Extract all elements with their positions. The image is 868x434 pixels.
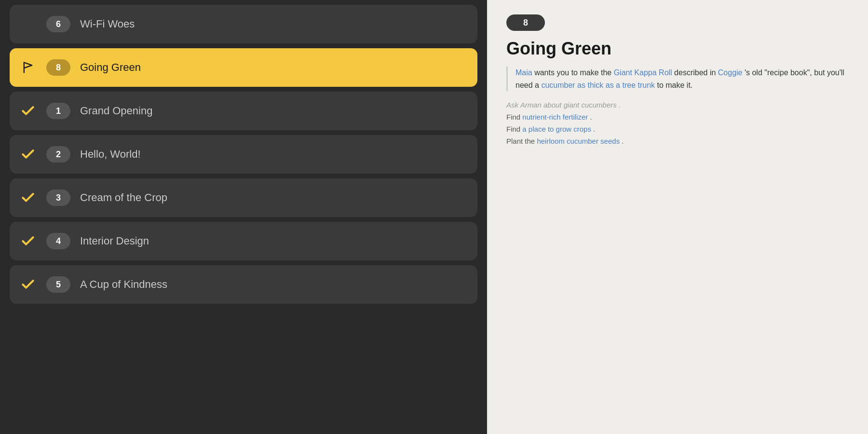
giant-cucumbers-link[interactable]: giant cucumbers xyxy=(564,101,617,109)
quest-title: Interior Design xyxy=(80,235,149,247)
detail-title: Going Green xyxy=(506,39,849,59)
ask-prefix: Ask xyxy=(506,101,520,109)
quest-number-badge: 1 xyxy=(46,103,70,119)
task-ask: Ask Arman about giant cucumbers . xyxy=(506,101,849,109)
quest-title: Cream of the Crop xyxy=(80,191,167,204)
task-find-fertilizer: Find nutrient-rich fertilizer . xyxy=(506,113,849,121)
quest-item-a-cup-of-kindness[interactable]: 5A Cup of Kindness xyxy=(10,265,477,304)
quest-number-badge: 4 xyxy=(46,233,70,249)
desc-text1: wants you to make the xyxy=(534,68,614,77)
desc-text4: to make it. xyxy=(657,81,693,89)
cucumber-link[interactable]: cucumber as thick as a tree trunk xyxy=(541,81,655,89)
recipe-link[interactable]: Giant Kappa Roll xyxy=(614,68,672,77)
quest-detail: 8 Going Green Maia wants you to make the… xyxy=(487,0,868,434)
quest-number-badge: 2 xyxy=(46,146,70,163)
desc-text2: described in xyxy=(674,68,718,77)
quest-number-badge: 6 xyxy=(46,16,70,32)
quest-number-badge: 3 xyxy=(46,190,70,206)
quest-item-interior-design[interactable]: 4Interior Design xyxy=(10,222,477,260)
check-icon xyxy=(19,102,37,120)
task-list: Ask Arman about giant cucumbers . Find n… xyxy=(506,101,849,145)
check-icon xyxy=(19,189,37,206)
flag-icon xyxy=(19,59,37,76)
find-suffix-2: . xyxy=(593,125,595,133)
quest-title: A Cup of Kindness xyxy=(80,278,167,291)
quest-item-wi-fi-woes[interactable]: 6Wi-Fi Woes xyxy=(10,5,477,43)
fertilizer-link[interactable]: nutrient-rich fertilizer xyxy=(522,113,588,121)
find-suffix-1: . xyxy=(590,113,592,121)
quest-title: Hello, World! xyxy=(80,148,141,161)
quest-item-hello-world[interactable]: 2Hello, World! xyxy=(10,135,477,174)
quest-list: 6Wi-Fi Woes8Going Green1Grand Opening2He… xyxy=(0,0,487,434)
quest-number-badge: 5 xyxy=(46,276,70,293)
quest-title: Wi-Fi Woes xyxy=(80,18,135,30)
check-icon xyxy=(19,232,37,250)
ask-middle: about xyxy=(543,101,564,109)
quest-item-cream-of-the-crop[interactable]: 3Cream of the Crop xyxy=(10,178,477,217)
place-link[interactable]: a place to grow crops xyxy=(522,125,591,133)
ask-suffix: . xyxy=(619,101,621,109)
arman-link[interactable]: Arman xyxy=(520,101,542,109)
coggie-link[interactable]: Coggie xyxy=(718,68,743,77)
check-icon xyxy=(19,146,37,163)
task-plant: Plant the heirloom cucumber seeds . xyxy=(506,137,849,145)
npc-name-link[interactable]: Maia xyxy=(515,68,532,77)
quest-item-grand-opening[interactable]: 1Grand Opening xyxy=(10,92,477,130)
check-icon xyxy=(19,276,37,293)
task-find-place: Find a place to grow crops . xyxy=(506,125,849,133)
plant-suffix: . xyxy=(622,137,624,145)
find-prefix-1: Find xyxy=(506,113,522,121)
quest-title: Grand Opening xyxy=(80,105,152,117)
quest-number-badge: 8 xyxy=(46,59,70,76)
seeds-link[interactable]: heirloom cucumber seeds xyxy=(537,137,620,145)
detail-description: Maia wants you to make the Giant Kappa R… xyxy=(506,67,849,91)
find-prefix-2: Find xyxy=(506,125,522,133)
detail-badge: 8 xyxy=(506,14,545,31)
plant-prefix: Plant the xyxy=(506,137,537,145)
quest-item-going-green[interactable]: 8Going Green xyxy=(10,48,477,87)
quest-title: Going Green xyxy=(80,61,141,74)
